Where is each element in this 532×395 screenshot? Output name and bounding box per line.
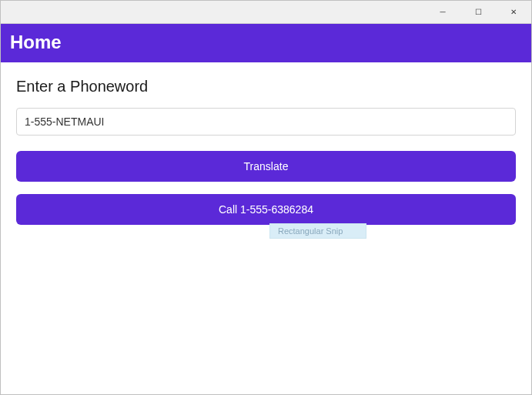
minimize-button[interactable]: ─	[425, 1, 460, 24]
maximize-button[interactable]: ☐	[460, 1, 496, 24]
window-titlebar: ─ ☐ ✕	[1, 1, 531, 24]
minimize-icon: ─	[440, 8, 445, 16]
close-icon: ✕	[510, 8, 517, 16]
maximize-icon: ☐	[475, 8, 482, 16]
page-title: Home	[10, 32, 62, 53]
phoneword-input[interactable]	[16, 108, 516, 136]
snip-overlay: Rectangular Snip	[269, 223, 366, 239]
translate-button[interactable]: Translate	[16, 151, 516, 182]
main-content: Enter a Phoneword Translate Call 1-555-6…	[1, 62, 531, 253]
close-button[interactable]: ✕	[496, 1, 531, 24]
app-header: Home	[1, 24, 531, 62]
phoneword-label: Enter a Phoneword	[16, 78, 516, 95]
call-button[interactable]: Call 1-555-6386284	[16, 194, 516, 225]
